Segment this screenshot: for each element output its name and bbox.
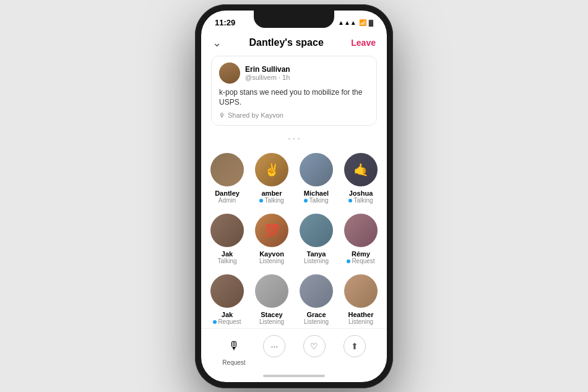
- stacey-avatar-wrap: [255, 274, 288, 308]
- michael-avatar: [300, 153, 333, 186]
- tweet-author-handle: @sullivem · 1h: [245, 74, 369, 81]
- participant-remy: Rémy Request: [339, 211, 383, 267]
- loading-dots: · · ·: [201, 131, 387, 146]
- space-title: Dantley's space: [249, 37, 323, 48]
- more-icon: ···: [263, 335, 285, 357]
- stacey-status: Listening: [259, 318, 284, 325]
- participant-tanya: Tanya Listening: [294, 211, 339, 267]
- notch: [254, 11, 334, 28]
- remy-avatar: [344, 214, 378, 247]
- dantley-status: Admin: [218, 197, 236, 204]
- mic-tiny-icon: 🎙: [219, 112, 225, 119]
- request-label: Request: [222, 359, 245, 366]
- tanya-avatar: [300, 214, 333, 247]
- tanya-status: Listening: [304, 258, 329, 264]
- tweet-card: Erin Sullivan @sullivem · 1h k-pop stans…: [211, 56, 377, 126]
- share-icon: ⬆: [344, 335, 366, 357]
- amber-avatar-wrap: ✌️: [255, 153, 288, 186]
- participant-grace: Grace Listening: [294, 272, 339, 328]
- jak1-avatar: [210, 214, 244, 247]
- home-bar: [263, 375, 325, 377]
- participant-kayvon: 💯 Kayvon Listening: [249, 211, 294, 267]
- participant-michael: Michael Talking: [294, 150, 339, 206]
- leave-button[interactable]: Leave: [351, 38, 376, 48]
- michael-avatar-wrap: [300, 153, 333, 186]
- remy-avatar-wrap: [344, 214, 378, 247]
- michael-name: Michael: [304, 189, 329, 197]
- participant-joshua: 🤙 Joshua Talking: [339, 150, 383, 206]
- tweet-author-name: Erin Sullivan: [245, 65, 369, 74]
- dantley-name: Dantley: [215, 189, 240, 197]
- jak2-avatar-wrap: [210, 274, 244, 308]
- mic-icon: 🎙: [223, 335, 245, 357]
- kayvon-status: Listening: [259, 258, 284, 264]
- wifi-icon: 📶: [359, 19, 366, 26]
- tanya-avatar-wrap: [300, 214, 333, 247]
- jak1-status: Talking: [217, 258, 236, 264]
- remy-status: Request: [347, 258, 374, 264]
- joshua-name: Joshua: [349, 189, 373, 197]
- michael-status: Talking: [304, 197, 328, 204]
- participants-row-0: Dantley Admin ✌️ amber Talking: [201, 150, 387, 206]
- signal-icon: ▲▲▲: [338, 19, 357, 26]
- jak2-avatar: [210, 274, 244, 308]
- status-time: 11:29: [215, 18, 235, 27]
- shared-by: 🎙 Shared by Kayvon: [219, 111, 369, 119]
- tweet-header: Erin Sullivan @sullivem · 1h: [219, 63, 369, 84]
- participants-row-1: Jak Talking 💯 Kayvon Listening Tanya Lis…: [201, 211, 387, 267]
- joshua-status: Talking: [348, 197, 373, 204]
- kayvon-avatar: 💯: [255, 214, 288, 247]
- tweet-meta: Erin Sullivan @sullivem · 1h: [245, 65, 369, 81]
- participant-jak2: Jak Request: [205, 272, 249, 328]
- jak1-avatar-wrap: [210, 214, 244, 247]
- amber-status: Talking: [259, 197, 283, 204]
- tweet-avatar: [219, 63, 240, 84]
- grace-avatar-wrap: [300, 274, 333, 308]
- heart-icon: ♡: [303, 335, 326, 357]
- request-button[interactable]: 🎙 Request: [222, 335, 245, 366]
- app-header: ⌄ Dantley's space Leave: [201, 31, 387, 56]
- phone-screen: 11:29 ▲▲▲ 📶 ▓ ⌄ Dantley's space Leave Er…: [201, 11, 387, 382]
- heather-name: Heather: [348, 311, 374, 318]
- bottom-bar: 🎙 Request ··· ♡ ⬆: [201, 328, 387, 370]
- remy-name: Rémy: [352, 250, 370, 258]
- participant-amber: ✌️ amber Talking: [249, 150, 294, 206]
- back-button[interactable]: ⌄: [212, 36, 222, 50]
- joshua-status-dot: [348, 199, 352, 203]
- jak2-status: Request: [213, 318, 241, 325]
- remy-status-dot: [347, 259, 350, 263]
- shared-by-text: Shared by Kayvon: [228, 111, 283, 119]
- jak1-name: Jak: [222, 250, 233, 258]
- amber-name: amber: [261, 189, 282, 197]
- share-button[interactable]: ⬆: [344, 335, 366, 357]
- participant-heather: Heather Listening: [339, 272, 383, 328]
- participant-dantley: Dantley Admin: [205, 150, 249, 206]
- jak2-status-dot: [213, 320, 217, 324]
- participant-jak1: Jak Talking: [205, 211, 249, 267]
- battery-icon: ▓: [369, 19, 373, 26]
- amber-status-dot: [259, 199, 263, 203]
- joshua-avatar-wrap: 🤙: [344, 153, 378, 186]
- heart-button[interactable]: ♡: [303, 335, 326, 357]
- heather-avatar: [344, 274, 378, 308]
- grace-name: Grace: [306, 311, 326, 318]
- phone-frame: 11:29 ▲▲▲ 📶 ▓ ⌄ Dantley's space Leave Er…: [195, 4, 393, 388]
- participants-row-2: Jak Request Stacey Listening G: [201, 272, 387, 328]
- michael-status-dot: [304, 199, 308, 203]
- heather-avatar-wrap: [344, 274, 378, 308]
- tanya-name: Tanya: [307, 250, 326, 258]
- status-icons: ▲▲▲ 📶 ▓: [338, 19, 373, 26]
- kayvon-avatar-wrap: 💯: [255, 214, 288, 247]
- participants-grid: Dantley Admin ✌️ amber Talking: [201, 146, 387, 328]
- stacey-avatar: [255, 274, 288, 308]
- amber-avatar: ✌️: [255, 153, 288, 186]
- grace-status: Listening: [304, 318, 329, 325]
- dantley-avatar: [210, 153, 244, 186]
- more-button[interactable]: ···: [263, 335, 285, 357]
- heather-status: Listening: [348, 318, 373, 325]
- dantley-avatar-wrap: [210, 153, 244, 186]
- home-indicator: [201, 370, 387, 382]
- grace-avatar: [300, 274, 333, 308]
- joshua-avatar: 🤙: [344, 153, 378, 186]
- stacey-name: Stacey: [261, 311, 282, 318]
